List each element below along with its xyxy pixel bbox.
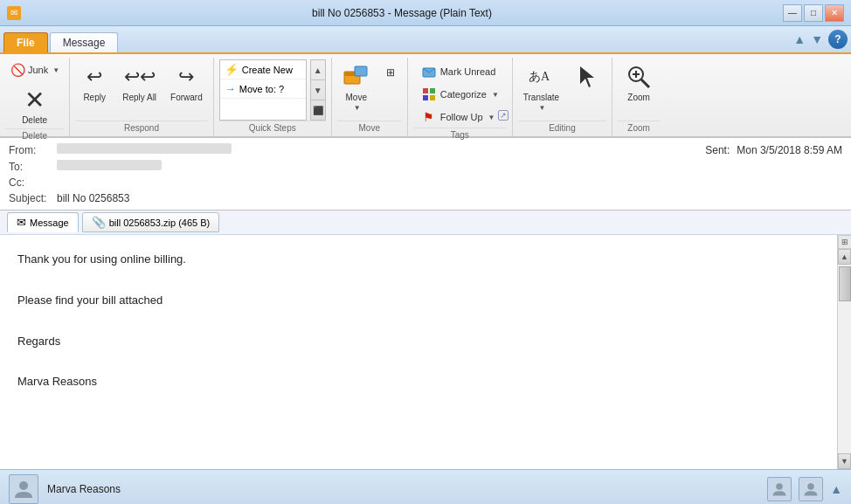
scroll-down-button[interactable]: ▼ <box>838 453 851 469</box>
quick-steps-group-label: Quick Steps <box>219 121 326 135</box>
junk-dropdown-icon: ▼ <box>52 66 59 74</box>
restore-button[interactable]: □ <box>804 4 823 22</box>
respond-group-content: ↩ Reply ↩↩ Reply All ↪ Forward <box>75 59 208 121</box>
junk-icon: 🚫 <box>10 62 25 78</box>
tags-group-content: Mark Unread Categorize ▼ ⚑ <box>417 59 503 128</box>
qs-scroll-down-icon[interactable]: ▼ <box>311 80 325 100</box>
delete-icon: ✕ <box>21 86 49 114</box>
svg-text:A: A <box>541 70 550 83</box>
quick-steps-list: ⚡ Create New → Move to: ? <box>219 59 307 121</box>
ribbon-group-delete: 🚫 Junk ▼ ✕ Delete Delete <box>0 58 70 136</box>
to-label: To: <box>9 161 57 173</box>
scroll-expand-button[interactable]: ⊞ <box>838 235 851 249</box>
body-line-2: Please find your bill attached <box>17 290 820 310</box>
quick-step-create-new[interactable]: ⚡ Create New <box>220 60 306 79</box>
more-icon: ⊞ <box>384 66 398 79</box>
svg-rect-2 <box>355 66 367 76</box>
forward-icon: ↪ <box>172 63 200 91</box>
quick-steps-content: ⚡ Create New → Move to: ? ▲ ▼ ⬛ <box>219 59 326 121</box>
svg-rect-4 <box>423 88 428 93</box>
svg-line-11 <box>641 79 649 87</box>
reply-all-button[interactable]: ↩↩ Reply All <box>117 59 162 106</box>
follow-up-icon: ⚑ <box>421 109 437 125</box>
respond-group-label: Respond <box>75 121 208 135</box>
reply-button[interactable]: ↩ Reply <box>75 59 114 106</box>
ribbon-group-move: Move ▼ ⊞ Move <box>332 58 408 136</box>
move-group-label: Move <box>337 121 402 135</box>
svg-point-14 <box>19 481 28 490</box>
minimize-button[interactable]: — <box>783 4 802 22</box>
follow-up-dropdown-icon: ▼ <box>488 114 495 121</box>
tags-group-label: Tags <box>413 128 507 142</box>
status-chevron-icon[interactable]: ▲ <box>830 482 842 496</box>
message-tab[interactable]: ✉ Message <box>7 212 79 232</box>
move-icon <box>342 63 370 91</box>
close-button[interactable]: ✕ <box>825 4 844 22</box>
tab-file[interactable]: File <box>3 32 48 52</box>
editing-group-label: Editing <box>518 121 606 135</box>
svg-rect-6 <box>423 95 428 100</box>
scroll-thumb[interactable] <box>839 266 851 301</box>
tab-help-area: ▲ ▼ ? <box>793 30 848 52</box>
status-bar: Marva Reasons ▲ <box>0 469 851 504</box>
editing-group-content: あ A Translate ▼ <box>518 59 606 121</box>
translate-button[interactable]: あ A Translate ▼ <box>518 59 564 115</box>
follow-up-button[interactable]: ⚑ Follow Up ▼ <box>417 107 503 128</box>
move-button[interactable]: Move ▼ <box>337 59 376 115</box>
svg-point-16 <box>807 483 814 490</box>
attachment-tab[interactable]: 📎 bill 0256853.zip (465 B) <box>82 212 220 232</box>
reply-icon: ↩ <box>80 63 108 91</box>
junk-button[interactable]: 🚫 Junk ▼ <box>5 59 64 80</box>
message-tab-icon: ✉ <box>17 216 26 229</box>
subject-row: Subject: bill No 0256853 <box>9 190 842 206</box>
from-value <box>57 143 705 156</box>
zoom-icon <box>625 63 653 91</box>
cc-row: Cc: <box>9 175 842 190</box>
mark-unread-button[interactable]: Mark Unread <box>417 61 503 82</box>
status-avatar-sm-1 <box>767 477 792 501</box>
window-controls: — □ ✕ <box>783 4 844 22</box>
email-header: From: Sent: Mon 3/5/2018 8:59 AM To: Cc:… <box>0 138 851 211</box>
cursor-button[interactable] <box>568 59 606 94</box>
tab-scroll-right-icon[interactable]: ▼ <box>811 32 823 46</box>
sender-avatar <box>9 474 38 504</box>
scroll-up-button[interactable]: ▲ <box>838 249 851 265</box>
ribbon: 🚫 Junk ▼ ✕ Delete Delete ↩ Reply ↩↩ Repl… <box>0 54 851 138</box>
categorize-button[interactable]: Categorize ▼ <box>417 84 503 105</box>
window-title: bill No 0256853 - Message (Plain Text) <box>21 7 783 19</box>
categorize-dropdown-icon: ▼ <box>492 91 499 99</box>
attachment-tab-icon: 📎 <box>92 216 106 229</box>
status-avatar-sm-2 <box>799 477 823 501</box>
zoom-button[interactable]: Zoom <box>619 59 658 106</box>
ribbon-group-respond: ↩ Reply ↩↩ Reply All ↪ Forward Respond <box>70 58 214 136</box>
quick-steps-scrollbar: ▲ ▼ ⬛ <box>310 59 326 121</box>
quick-step-move[interactable]: → Move to: ? <box>220 79 306 99</box>
tab-scroll-left-icon[interactable]: ▲ <box>793 32 806 46</box>
tags-dialog-launcher[interactable]: ↗ <box>498 110 509 121</box>
sent-label: Sent: <box>705 144 730 156</box>
body-line-4: Marva Reasons <box>17 371 820 391</box>
zoom-group-label: Zoom <box>618 121 660 135</box>
mark-unread-icon <box>421 64 437 79</box>
ribbon-group-quick-steps: ⚡ Create New → Move to: ? ▲ ▼ ⬛ Quick St… <box>214 58 332 136</box>
cursor-icon <box>573 63 601 91</box>
subject-label: Subject: <box>9 192 57 204</box>
delete-button[interactable]: ✕ Delete <box>16 82 54 128</box>
categorize-icon <box>421 86 437 102</box>
reply-all-icon: ↩↩ <box>126 63 154 91</box>
forward-button[interactable]: ↪ Forward <box>165 59 208 106</box>
title-bar: ✉ bill No 0256853 - Message (Plain Text)… <box>0 0 851 26</box>
ribbon-group-editing: あ A Translate ▼ Editing <box>513 58 612 136</box>
help-button[interactable]: ? <box>828 30 848 49</box>
qs-scroll-expand-icon[interactable]: ⬛ <box>311 100 325 120</box>
attachment-tab-label: bill 0256853.zip (465 B) <box>109 217 211 228</box>
app-icon: ✉ <box>7 6 21 20</box>
qs-scroll-up-icon[interactable]: ▲ <box>311 60 325 80</box>
email-body-wrap: Thank you for using online billing. Plea… <box>0 235 851 469</box>
svg-text:あ: あ <box>529 70 541 83</box>
attachment-tabs: ✉ Message 📎 bill 0256853.zip (465 B) <box>0 211 851 235</box>
tab-message[interactable]: Message <box>50 32 119 52</box>
scroll-track <box>838 303 851 453</box>
to-row: To: <box>9 158 842 175</box>
move-more-button[interactable]: ⊞ <box>379 63 402 82</box>
